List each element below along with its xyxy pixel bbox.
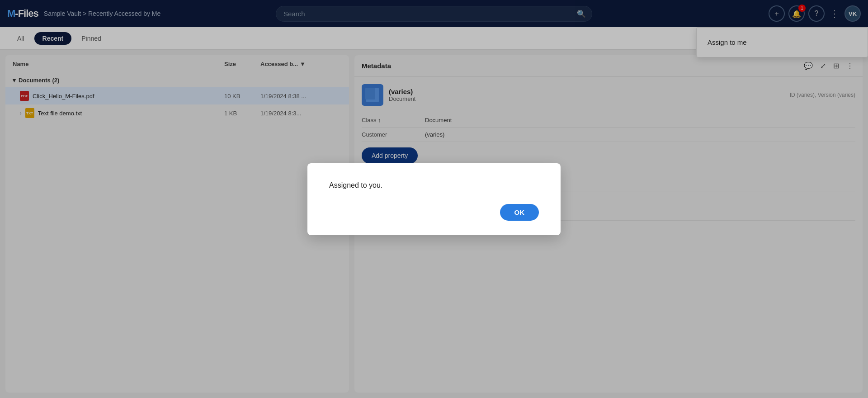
modal-box: Assigned to you. OK xyxy=(307,163,561,235)
modal-overlay: Assigned to you. OK xyxy=(0,0,868,398)
modal-message: Assigned to you. xyxy=(329,181,539,190)
ok-button[interactable]: OK xyxy=(500,204,539,221)
modal-actions: OK xyxy=(329,204,539,221)
